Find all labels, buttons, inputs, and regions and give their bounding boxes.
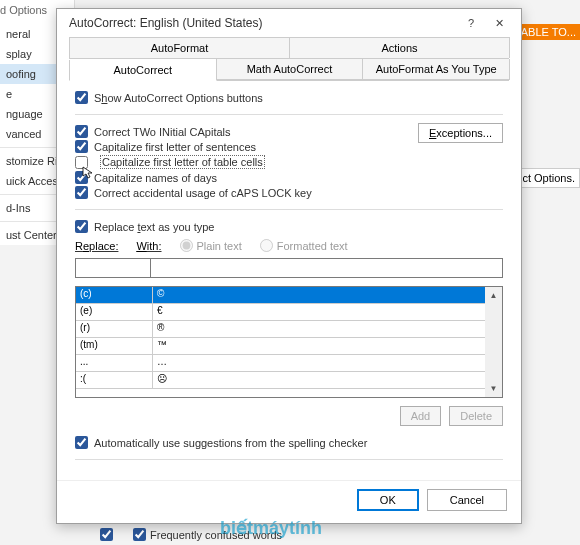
tab-row-upper: AutoFormat Actions [69, 37, 509, 59]
replace-input[interactable] [75, 258, 151, 278]
list-row: (e)€ [76, 304, 485, 321]
replace-text-checkbox[interactable]: Replace text as you type [75, 220, 503, 233]
titlebar: AutoCorrect: English (United States) ? ✕ [57, 9, 521, 37]
watermark: biếtmáytính [220, 517, 322, 539]
capitalize-days-checkbox[interactable]: Capitalize names of days [75, 171, 312, 184]
delete-button[interactable]: Delete [449, 406, 503, 426]
list-row: ...… [76, 355, 485, 372]
with-label: With: [136, 240, 161, 252]
replace-label: Replace: [75, 240, 118, 252]
replace-inputs [75, 258, 503, 278]
cursor-icon [82, 166, 94, 180]
formatted-text-radio[interactable]: Formatted text [260, 239, 348, 252]
tab-autocorrect[interactable]: AutoCorrect [69, 60, 217, 81]
caps-lock-checkbox[interactable]: Correct accidental usage of cAPS LOCK ke… [75, 186, 312, 199]
cancel-button[interactable]: Cancel [427, 489, 507, 511]
list-row: (r)® [76, 321, 485, 338]
list-row: (c)© [76, 287, 485, 304]
capitalize-table-checkbox[interactable]: Capitalize first letter of table cells [75, 155, 312, 169]
list-row: (tm)™ [76, 338, 485, 355]
autocorrect-dialog: AutoCorrect: English (United States) ? ✕… [56, 8, 522, 524]
tab-autoformat-type[interactable]: AutoFormat As You Type [362, 59, 510, 80]
correct-two-caps-checkbox[interactable]: Correct TWo INitial CApitals [75, 125, 312, 138]
tab-autoformat[interactable]: AutoFormat [69, 37, 290, 58]
dialog-title: AutoCorrect: English (United States) [69, 16, 457, 30]
ok-button[interactable]: OK [357, 489, 419, 511]
capitalize-sentence-checkbox[interactable]: Capitalize first letter of sentences [75, 140, 312, 153]
close-icon[interactable]: ✕ [485, 12, 513, 34]
auto-suggestions-checkbox[interactable]: Automatically use suggestions from the s… [75, 436, 503, 449]
scroll-up-icon[interactable]: ▲ [485, 287, 502, 304]
list-body[interactable]: (c)© (e)€ (r)® (tm)™ ...… :(☹ [76, 287, 485, 397]
scrollbar[interactable]: ▲ ▼ [485, 287, 502, 397]
tab-math-autocorrect[interactable]: Math AutoCorrect [216, 59, 364, 80]
bg-checkbox[interactable] [100, 528, 113, 541]
with-input[interactable] [150, 258, 503, 278]
autocorrect-list: (c)© (e)€ (r)® (tm)™ ...… :(☹ ▲ ▼ [75, 286, 503, 398]
list-row: :(☹ [76, 372, 485, 389]
add-button[interactable]: Add [400, 406, 442, 426]
help-icon[interactable]: ? [457, 12, 485, 34]
tab-actions[interactable]: Actions [289, 37, 510, 58]
plain-text-radio[interactable]: Plain text [180, 239, 242, 252]
replace-with-row: Replace: With: Plain text Formatted text [75, 239, 503, 252]
show-options-checkbox[interactable]: Show AutoCorrect Options buttons [75, 91, 503, 104]
exceptions-button[interactable]: Exceptions... [418, 123, 503, 143]
scroll-down-icon[interactable]: ▼ [485, 380, 502, 397]
tab-row-lower: AutoCorrect Math AutoCorrect AutoFormat … [69, 59, 509, 81]
dialog-content: Show AutoCorrect Options buttons Correct… [57, 81, 521, 480]
